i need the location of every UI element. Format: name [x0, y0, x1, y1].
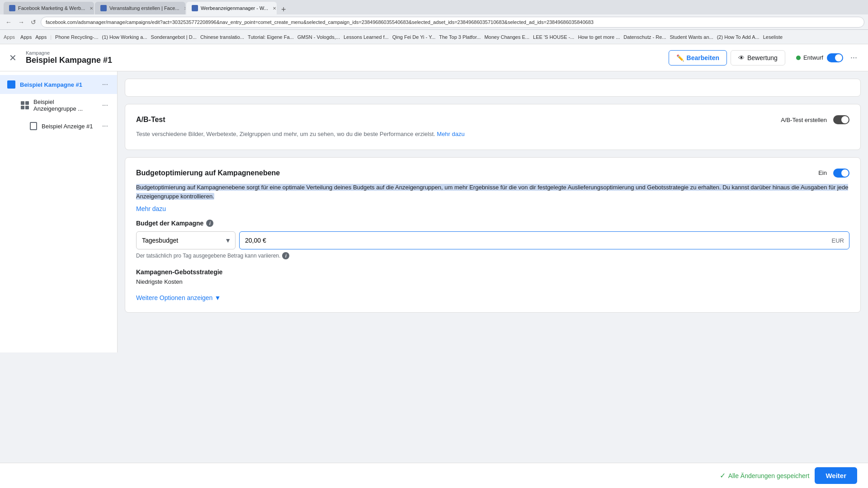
ab-test-more-link[interactable]: Mehr dazu	[437, 131, 464, 137]
eye-icon: 👁	[738, 54, 745, 61]
back-button[interactable]: ←	[4, 18, 14, 27]
budget-opt-description: Budgetoptimierung auf Kampagnenebene sor…	[136, 183, 849, 202]
ab-test-description: Teste verschiedene Bilder, Werbetexte, Z…	[136, 130, 849, 139]
bookmarks-bar: Apps Apps Apps | Phone Recycling-... (1)…	[0, 30, 868, 44]
tab-3[interactable]: Werbeanzeigenmanager - W... ✕	[186, 2, 277, 14]
bearbeiten-label: Bearbeiten	[687, 54, 719, 61]
header-actions: ✏️ Bearbeiten 👁 Bewertung Entwurf ···	[669, 50, 861, 66]
bookmark-qing[interactable]: Qing Fei De Yi - Y...	[392, 34, 436, 40]
bewertung-button[interactable]: 👁 Bewertung	[731, 50, 785, 66]
new-tab-button[interactable]: +	[278, 5, 290, 14]
budget-hint-info-icon[interactable]: i	[282, 252, 289, 259]
bookmark-money[interactable]: Money Changes E...	[484, 34, 529, 40]
tab-2[interactable]: Veranstaltung erstellen | Face... ✕	[95, 2, 185, 14]
budget-type-select[interactable]: Tagesbudget Laufzeitbudget	[136, 231, 236, 249]
bookmark-top3[interactable]: The Top 3 Platfor...	[439, 34, 481, 40]
tab-label-2: Veranstaltung erstellen | Face...	[109, 5, 179, 11]
ab-test-header: A/B-Test A/B-Test erstellen	[136, 115, 849, 124]
doc-icon	[30, 122, 37, 130]
budget-opt-toggle-label: Ein	[818, 169, 827, 176]
bookmark-1[interactable]: Apps	[20, 34, 32, 40]
strategy-value: Niedrigste Kosten	[136, 278, 849, 285]
bookmark-sonder[interactable]: Sonderangebot | D...	[151, 34, 197, 40]
budget-label-row: Budget der Kampagne i	[136, 220, 849, 227]
tab-close-2[interactable]: ✕	[184, 6, 186, 11]
budget-opt-toggle-group: Ein	[818, 169, 849, 178]
bookmark-howto2[interactable]: (2) How To Add A...	[717, 34, 760, 40]
main-layout: Beispiel Kampagne #1 ··· Beispiel Anzeig…	[0, 71, 868, 352]
bookmark-gmsn[interactable]: GMSN - Vologds,...	[297, 34, 340, 40]
ab-test-toggle-group: A/B-Test erstellen	[781, 115, 849, 124]
ab-test-title: A/B-Test	[136, 116, 165, 124]
sidebar-item-adset[interactable]: Beispiel Anzeigengruppe ... ···	[0, 94, 117, 117]
bookmark-datenschutz[interactable]: Datenschutz - Re...	[623, 34, 666, 40]
reload-button[interactable]: ↺	[29, 18, 38, 27]
apps-bookmark[interactable]: Apps	[4, 34, 15, 40]
more-button[interactable]: ···	[847, 51, 861, 64]
tab-close-1[interactable]: ✕	[90, 6, 93, 11]
ab-test-toggle[interactable]	[833, 115, 849, 124]
bookmark-lessons[interactable]: Lessons Learned f...	[344, 34, 389, 40]
sidebar-label-campaign: Beispiel Kampagne #1	[20, 81, 96, 88]
sidebar-item-campaign[interactable]: Beispiel Kampagne #1 ···	[0, 75, 117, 94]
pencil-icon: ✏️	[676, 54, 684, 61]
bookmark-apps[interactable]: Apps	[35, 34, 47, 40]
sidebar-label-adset: Beispiel Anzeigengruppe ...	[33, 99, 96, 112]
bookmark-howtoget[interactable]: How to get more ...	[578, 34, 620, 40]
budget-type-wrapper: Tagesbudget Laufzeitbudget ▼	[136, 231, 236, 249]
more-options-text: Weitere Optionen anzeigen	[136, 294, 212, 301]
chevron-down-icon: ▼	[214, 294, 221, 301]
budget-opt-more-link[interactable]: Mehr dazu	[136, 205, 166, 212]
budget-amount-wrapper: EUR	[239, 231, 849, 249]
tab-label-3: Werbeanzeigenmanager - W...	[201, 5, 268, 11]
sidebar-item-ad[interactable]: Beispiel Anzeige #1 ···	[0, 117, 117, 136]
budget-info-icon[interactable]: i	[206, 220, 213, 227]
bookmark-tutorial[interactable]: Tutorial: Eigene Fa...	[248, 34, 294, 40]
grid-icon	[21, 101, 29, 109]
close-button[interactable]: ✕	[7, 51, 19, 65]
strategy-section: Kampagnen-Gebotsstrategie Niedrigste Kos…	[136, 268, 849, 285]
bearbeiten-button[interactable]: ✏️ Bearbeiten	[669, 50, 727, 66]
bookmark-lee[interactable]: LEE 'S HOUSE -...	[533, 34, 574, 40]
more-options-link[interactable]: Weitere Optionen anzeigen ▼	[136, 294, 849, 301]
budget-optimization-card: Budgetoptimierung auf Kampagnenebene Ein…	[125, 157, 861, 313]
budget-opt-toggle[interactable]	[833, 169, 849, 178]
tab-label-1: Facebook Marketing & Werb...	[18, 5, 85, 11]
sidebar-more-ad[interactable]: ···	[100, 121, 110, 131]
sidebar-more-campaign[interactable]: ···	[100, 80, 110, 89]
content-area: A/B-Test A/B-Test erstellen Teste versch…	[118, 71, 868, 352]
campaign-label: Kampagne	[26, 50, 661, 56]
footer-spacer	[125, 320, 861, 345]
bookmark-phone[interactable]: Phone Recycling-...	[55, 34, 98, 40]
browser-tabs-bar: Facebook Marketing & Werb... ✕ Veranstal…	[0, 0, 868, 14]
bookmark-student[interactable]: Student Wants an...	[670, 34, 713, 40]
tab-favicon-2	[100, 5, 107, 11]
campaign-title: Beispiel Kampagne #1	[26, 56, 661, 65]
bookmarks-divider: |	[50, 34, 52, 40]
tab-close-3[interactable]: ✕	[273, 6, 276, 11]
address-bar: ← → ↺ facebook.com/adsmanager/manage/cam…	[0, 14, 868, 30]
bewertung-label: Bewertung	[747, 54, 778, 61]
budget-hint-text: Der tatsächlich pro Tag ausgegebene Betr…	[136, 253, 280, 259]
budget-opt-highlighted: Budgetoptimierung auf Kampagnenebene sor…	[136, 184, 848, 200]
forward-button[interactable]: →	[16, 18, 26, 27]
budget-label: Budget der Kampagne	[136, 220, 203, 227]
tab-1[interactable]: Facebook Marketing & Werb... ✕	[4, 2, 94, 14]
budget-amount-input[interactable]	[239, 231, 849, 249]
budget-opt-title: Budgetoptimierung auf Kampagnenebene	[136, 169, 280, 177]
tab-favicon-3	[192, 5, 198, 11]
tab-favicon-1	[9, 5, 15, 11]
partial-top-card	[125, 79, 861, 97]
status-text: Entwurf	[803, 54, 823, 61]
bookmark-chinese[interactable]: Chinese translatio...	[200, 34, 244, 40]
bookmark-how[interactable]: (1) How Working a...	[102, 34, 147, 40]
sidebar-more-adset[interactable]: ···	[100, 100, 110, 110]
strategy-title: Kampagnen-Gebotsstrategie	[136, 268, 849, 276]
budget-hint: Der tatsächlich pro Tag ausgegebene Betr…	[136, 252, 849, 259]
bookmark-leseliste[interactable]: Leseliste	[763, 34, 783, 40]
address-input[interactable]	[41, 17, 864, 28]
budget-section: Budget der Kampagne i Tagesbudget Laufze…	[136, 220, 849, 259]
status-toggle[interactable]	[827, 53, 843, 62]
ab-test-toggle-label: A/B-Test erstellen	[781, 117, 827, 123]
app-header: ✕ Kampagne Beispiel Kampagne #1 ✏️ Bearb…	[0, 44, 868, 71]
